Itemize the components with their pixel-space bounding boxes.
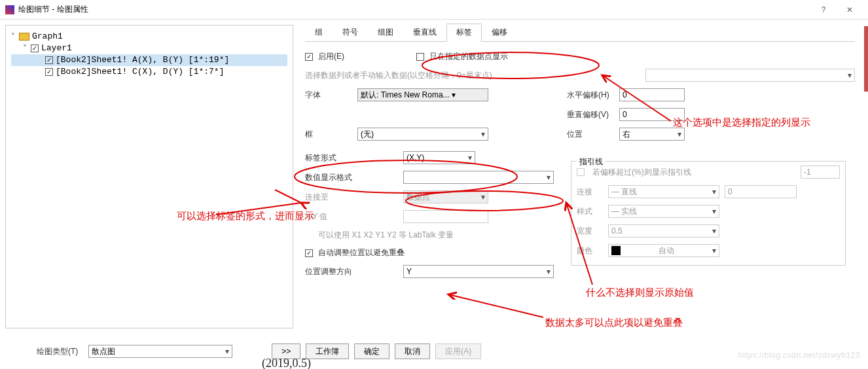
font-label: 字体 [305, 90, 357, 101]
tab-panel[interactable]: 组图 [368, 24, 403, 41]
enable-checkbox[interactable]: ✓ [305, 53, 313, 61]
dir-combo[interactable]: Y▾ [403, 265, 554, 278]
tab-group[interactable]: 组 [305, 24, 333, 41]
side-stripe [864, 26, 868, 92]
labelform-combo[interactable]: (X,Y)▾ [403, 151, 475, 164]
tab-symbol[interactable]: 符号 [333, 24, 368, 41]
leader-cb-label: 若偏移超过(%)则显示指引线 [592, 167, 691, 178]
tree-layer[interactable]: ˅✓Layer1 [11, 43, 287, 54]
tree-root[interactable]: ˅Graph1 [11, 31, 287, 43]
annotation-1: 这个选项中是选择指定的列显示 [673, 116, 810, 129]
plot-type-label: 绘图类型(T) [37, 346, 78, 357]
dir-label: 位置调整方向 [305, 266, 403, 277]
font-combo[interactable]: 默认: Times New Roma... ▾ [357, 88, 488, 101]
leader-conn-num: 0 [725, 185, 797, 198]
position-label: 位置 [567, 129, 619, 140]
workbook-button[interactable]: 工作簿 [306, 343, 349, 359]
tab-offset[interactable]: 偏移 [482, 24, 517, 41]
voffset-label: 垂直偏移(V) [567, 109, 619, 120]
leader-group: 指引线 若偏移超过(%)则显示指引线 -1 连接 — 直线▾ 0 样式 — 实线… [571, 161, 846, 266]
annotation-2: 可以选择标签的形式，进而显示 [177, 210, 314, 222]
title-bar: 绘图细节 - 绘图属性 ? ✕ [0, 0, 868, 20]
auto-checkbox[interactable]: ✓ [305, 249, 313, 257]
leader-width-label: 宽度 [577, 226, 603, 237]
annotation-3: 什么不选择则显示原始值 [586, 287, 694, 299]
tabs: 组 符号 组图 垂直线 标签 偏移 [305, 24, 855, 42]
leader-checkbox [577, 168, 585, 176]
leader-conn-label: 连接 [577, 186, 603, 198]
select-col-hint: 选择数据列或者手动输入数据(以空格分隔，0=最末点) [305, 70, 492, 81]
connect-combo: 数据点▾ [403, 190, 488, 203]
tree-pane: ˅Graph1 ˅✓Layer1 ✓[Book2]Sheet1! A(X), B… [5, 25, 293, 328]
close-button[interactable]: ✕ [837, 1, 863, 19]
leader-color-combo: 自动▾ [608, 244, 719, 257]
leader-conn-combo: — 直线▾ [608, 185, 719, 198]
ok-button[interactable]: 确定 [354, 343, 389, 359]
leader-width-combo: 0.5▾ [608, 224, 719, 237]
window-title: 绘图细节 - 绘图属性 [18, 4, 88, 15]
tab-label[interactable]: 标签 [446, 24, 482, 42]
hoffset-label: 水平偏移(H) [567, 90, 619, 101]
labelform-label: 标签形式 [305, 152, 403, 164]
only-show-label: 只在指定的数据点显示 [429, 51, 508, 62]
leader-style-combo: — 实线▾ [608, 205, 719, 218]
box-label: 框 [305, 129, 357, 140]
tab-dropline[interactable]: 垂直线 [403, 24, 446, 41]
position-combo[interactable]: 右▾ [619, 128, 685, 141]
cancel-button[interactable]: 取消 [395, 343, 430, 359]
hoffset-input[interactable]: 0 [619, 88, 685, 101]
leader-color-label: 颜色 [577, 245, 603, 256]
xy-input [403, 210, 488, 223]
app-icon [5, 5, 14, 14]
leader-style-label: 样式 [577, 206, 603, 217]
leader-legend: 指引线 [577, 156, 606, 167]
only-show-checkbox[interactable] [416, 53, 424, 61]
auto-label: 自动调整位置以避免重叠 [318, 247, 405, 258]
annotation-4: 数据太多可以点此项以避免重叠 [545, 317, 683, 329]
numfmt-label: 数值显示格式 [305, 172, 403, 183]
xy-hint: 可以使用 X1 X2 Y1 Y2 等 LabTalk 变量 [305, 230, 454, 241]
tree-item[interactable]: ✓[Book2]Sheet1! A(X), B(Y) [1*:19*] [11, 54, 287, 66]
help-button[interactable]: ? [810, 1, 837, 19]
box-combo[interactable]: (无)▾ [357, 128, 488, 141]
xy-label: X/Y 值 [305, 211, 403, 222]
numfmt-combo[interactable]: ▾ [403, 171, 554, 184]
enable-label: 启用(E) [318, 51, 344, 62]
watermark: https://blog.csdn.net/zdswyh123 [738, 351, 860, 360]
tree-item[interactable]: ✓[Book2]Sheet1! C(X), D(Y) [1*:7*] [11, 66, 287, 78]
page-num: (2019,0.5) [262, 357, 311, 369]
plot-type-combo[interactable]: 散点图▾ [88, 345, 232, 358]
apply-button: 应用(A) [435, 343, 481, 359]
leader-threshold: -1 [801, 166, 840, 179]
select-col-combo: ▾ [645, 69, 855, 82]
connect-label: 连接至 [305, 192, 403, 203]
